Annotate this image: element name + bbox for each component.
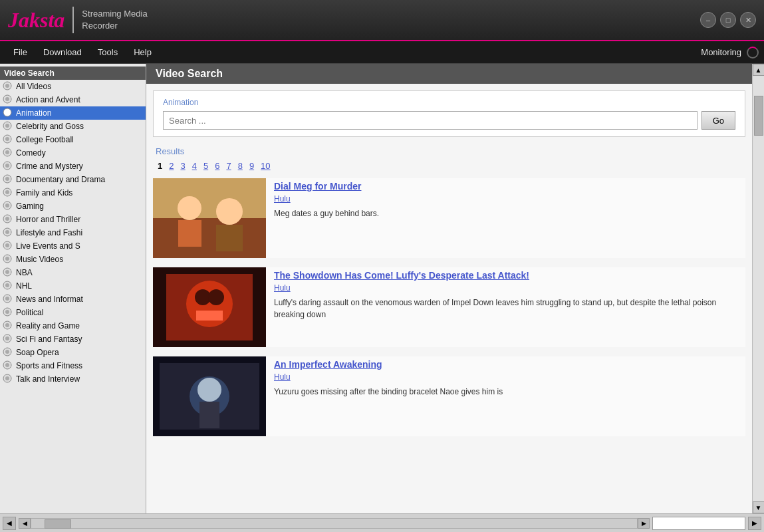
result-source[interactable]: Hulu [274, 372, 745, 382]
main-content: Video Search All Videos Action and Adven… [0, 64, 764, 513]
sidebar-item-family-kids[interactable]: Family and Kids [0, 186, 146, 200]
sidebar-item-political[interactable]: Political [0, 306, 146, 319]
sidebar-icon [3, 321, 13, 331]
sidebar-item-reality-game[interactable]: Reality and Game [0, 319, 146, 332]
sidebar-item-nhl[interactable]: NHL [0, 279, 146, 293]
sidebar-item-sci-fi[interactable]: Sci Fi and Fantasy [0, 332, 146, 346]
sidebar-icon [3, 174, 13, 185]
result-info: Dial Meg for MurderHuluMeg dates a guy b… [274, 178, 745, 258]
results-list: Dial Meg for MurderHuluMeg dates a guy b… [153, 178, 745, 436]
page-8[interactable]: 8 [236, 160, 245, 172]
svg-point-39 [5, 336, 9, 340]
page-1[interactable]: 1 [156, 160, 164, 172]
sidebar-item-label: Music Videos [16, 255, 63, 264]
sidebar-item-all-videos[interactable]: All Videos [0, 80, 146, 93]
sidebar-item-live-events[interactable]: Live Events and S [0, 239, 146, 253]
right-scrollbar[interactable]: ▲ ▼ [752, 64, 764, 513]
result-thumbnail [153, 356, 266, 436]
page-9[interactable]: 9 [247, 160, 256, 172]
result-source[interactable]: Hulu [274, 194, 745, 203]
search-input[interactable] [163, 111, 698, 130]
sidebar-icon [3, 334, 13, 344]
h-scroll-thumb[interactable] [45, 519, 71, 529]
sidebar-icon [3, 148, 13, 158]
page-3[interactable]: 3 [178, 160, 187, 172]
minimize-button[interactable]: – [700, 12, 716, 28]
scroll-track[interactable] [753, 76, 764, 501]
page-10[interactable]: 10 [259, 160, 272, 172]
sidebar-icon [3, 134, 13, 145]
menu-help[interactable]: Help [126, 43, 160, 61]
result-thumbnail [153, 267, 266, 347]
sidebar-item-label: Sci Fi and Fantasy [16, 334, 82, 344]
sidebar-item-celebrity[interactable]: Celebrity and Goss [0, 120, 146, 133]
sidebar-item-soap-opera[interactable]: Soap Opera [0, 346, 146, 359]
sidebar-item-label: Comedy [16, 148, 46, 158]
menu-tools[interactable]: Tools [90, 43, 126, 61]
sidebar-item-action-advent[interactable]: Action and Advent [0, 93, 146, 106]
result-title[interactable]: The Showdown Has Come! Luffy's Desperate… [274, 270, 745, 281]
sidebar-item-label: Soap Opera [16, 348, 59, 357]
sidebar-icon [3, 281, 13, 291]
svg-point-7 [5, 124, 9, 128]
sidebar-icon [3, 108, 13, 118]
sidebar-item-lifestyle[interactable]: Lifestyle and Fashi [0, 226, 146, 239]
sidebar-item-nba[interactable]: NBA [0, 266, 146, 279]
sidebar-icon [3, 294, 13, 305]
sidebar-item-music-videos[interactable]: Music Videos [0, 253, 146, 266]
sidebar-item-comedy[interactable]: Comedy [0, 146, 146, 160]
sidebar-item-label: Political [16, 308, 43, 317]
sidebar-icon [3, 94, 13, 105]
result-thumbnail [153, 178, 266, 258]
thumbnail-canvas [153, 178, 266, 258]
window-controls: – □ ✕ [700, 12, 756, 28]
page-5[interactable]: 5 [201, 160, 210, 172]
menu-file[interactable]: File [5, 43, 35, 61]
h-scroll-right[interactable]: ▶ [638, 518, 650, 529]
menu-download[interactable]: Download [35, 43, 90, 61]
menu-bar: File Download Tools Help Monitoring [0, 41, 764, 64]
page-4[interactable]: 4 [190, 160, 199, 172]
h-scroll-track[interactable] [31, 518, 638, 529]
sidebar-item-label: Action and Advent [16, 95, 80, 104]
sidebar-item-news[interactable]: News and Informat [0, 293, 146, 306]
svg-point-31 [5, 283, 9, 287]
scroll-down-arrow[interactable]: ▼ [753, 501, 765, 513]
sidebar-item-documentary-drama[interactable]: Documentary and Drama [0, 173, 146, 186]
bottom-input[interactable] [652, 517, 745, 530]
nav-right-button[interactable]: ▶ [748, 517, 761, 530]
scroll-thumb[interactable] [754, 96, 763, 136]
sidebar-item-sports-fitness[interactable]: Sports and Fitness [0, 359, 146, 372]
svg-point-3 [5, 97, 9, 101]
result-source[interactable]: Hulu [274, 283, 745, 293]
logo-divider [72, 7, 74, 33]
result-title[interactable]: An Imperfect Awakening [274, 359, 745, 370]
scroll-up-arrow[interactable]: ▲ [753, 64, 765, 76]
sidebar-item-gaming[interactable]: Gaming [0, 200, 146, 213]
result-title[interactable]: Dial Meg for Murder [274, 181, 745, 192]
sidebar-item-talk-interview[interactable]: Talk and Interview [0, 372, 146, 386]
sidebar-item-label: Celebrity and Goss [16, 122, 84, 131]
nav-left-button[interactable]: ◀ [3, 517, 16, 530]
sidebar-item-crime-mystery[interactable]: Crime and Mystery [0, 160, 146, 173]
svg-point-33 [5, 297, 9, 301]
sidebar-icon [3, 374, 13, 384]
sidebar-item-label: Reality and Game [16, 321, 80, 331]
sidebar-item-animation[interactable]: Animation [0, 106, 146, 120]
sidebar-header: Video Search [0, 66, 146, 80]
sidebar-item-horror-thriller[interactable]: Horror and Thriller [0, 213, 146, 226]
page-6[interactable]: 6 [213, 160, 221, 172]
page-7[interactable]: 7 [224, 160, 233, 172]
search-panel: Animation Go [153, 90, 745, 137]
search-category-label: Animation [163, 98, 735, 107]
monitoring-spinner [747, 47, 759, 59]
page-2[interactable]: 2 [167, 160, 176, 172]
maximize-button[interactable]: □ [720, 12, 736, 28]
sidebar-item-college-football[interactable]: College Football [0, 133, 146, 146]
go-button[interactable]: Go [701, 111, 735, 130]
results-area[interactable]: Results 12345678910 Dial Meg for MurderH… [146, 144, 752, 513]
h-scroll-left[interactable]: ◀ [19, 518, 31, 529]
close-button[interactable]: ✕ [740, 12, 756, 28]
sidebar: Video Search All Videos Action and Adven… [0, 64, 146, 513]
result-item: Dial Meg for MurderHuluMeg dates a guy b… [153, 178, 745, 258]
